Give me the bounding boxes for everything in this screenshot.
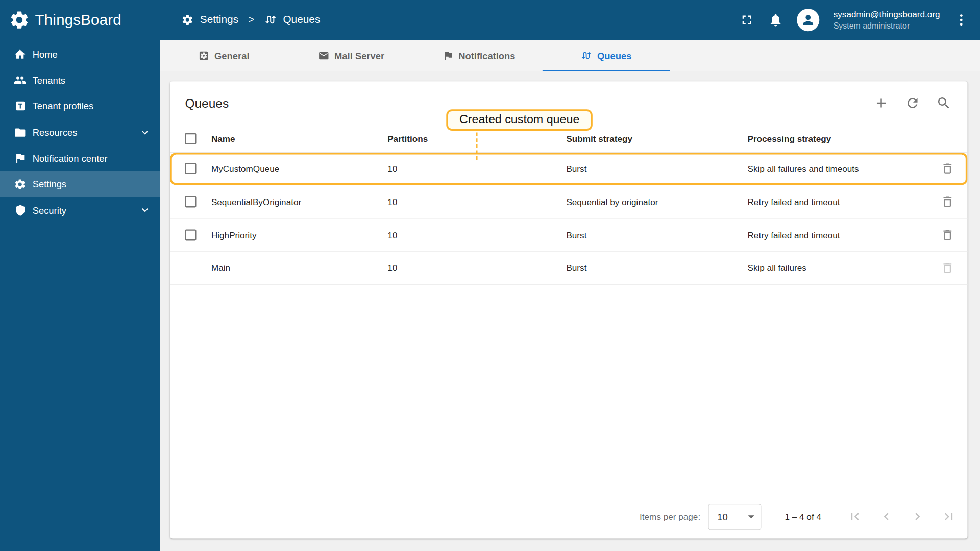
tab-mail-server[interactable]: Mail Server [287, 40, 415, 71]
queue-submit-strategy: Sequential by originator [566, 197, 747, 207]
top-bar: Settings > Queues sysadmin@thingsboard.o… [160, 0, 980, 40]
queues-card: Queues Created custom queue Name Partiti… [170, 81, 967, 538]
row-checkbox[interactable] [185, 196, 196, 207]
last-page-icon[interactable] [941, 509, 956, 524]
items-per-page-select[interactable]: 10 [708, 504, 761, 530]
row-checkbox[interactable] [185, 229, 196, 240]
queue-partitions: 10 [387, 197, 566, 207]
card-actions [874, 95, 951, 110]
previous-page-icon[interactable] [879, 509, 894, 524]
settings-tabs: General Mail Server Notifications Queues [160, 40, 980, 71]
top-bar-right: sysadmin@thingsboard.org System administ… [740, 9, 969, 32]
table-row[interactable]: MyCustomQueue 10 Burst Skip all failures… [170, 153, 967, 186]
sidebar-item-notification-center[interactable]: Notification center [0, 145, 160, 171]
tab-label: Mail Server [334, 51, 384, 61]
dropdown-caret-icon [748, 515, 754, 518]
paginator: Items per page: 10 1 – 4 of 4 [170, 495, 967, 539]
avatar[interactable] [797, 9, 820, 31]
gear-icon [14, 178, 26, 190]
sidebar-item-label: Tenant profiles [33, 101, 93, 112]
fullscreen-icon[interactable] [740, 12, 754, 27]
queues-icon [581, 50, 592, 61]
next-page-icon[interactable] [910, 509, 925, 524]
queue-partitions: 10 [387, 230, 566, 240]
delete-icon[interactable] [941, 228, 954, 242]
table-row[interactable]: Main 10 Burst Skip all failures [170, 252, 967, 285]
active-tab-underline [543, 70, 670, 71]
main-column: Settings > Queues sysadmin@thingsboard.o… [160, 0, 980, 551]
queue-submit-strategy: Burst [566, 263, 747, 273]
column-header-name[interactable]: Name [211, 133, 387, 143]
sidebar: ThingsBoard Home Tenants Tenant profiles… [0, 0, 160, 551]
column-header-submit-strategy[interactable]: Submit strategy [566, 133, 747, 143]
queue-submit-strategy: Burst [566, 230, 747, 240]
sidebar-item-resources[interactable]: Resources [0, 119, 160, 145]
content-area: Queues Created custom queue Name Partiti… [160, 71, 980, 551]
pager-buttons [847, 509, 956, 524]
user-email: sysadmin@thingsboard.org [834, 9, 940, 20]
sidebar-item-home[interactable]: Home [0, 41, 160, 67]
delete-icon[interactable] [941, 162, 954, 176]
queue-name: HighPriority [211, 230, 387, 240]
sidebar-nav: Home Tenants Tenant profiles Resources N… [0, 41, 160, 223]
kebab-menu-icon[interactable] [954, 12, 969, 27]
shield-icon [14, 204, 26, 216]
sidebar-item-settings[interactable]: Settings [0, 171, 160, 197]
tab-notifications[interactable]: Notifications [415, 40, 543, 71]
refresh-icon[interactable] [905, 95, 920, 110]
sidebar-item-label: Settings [33, 179, 66, 190]
queue-processing-strategy: Retry failed and timeout [747, 197, 927, 207]
first-page-icon[interactable] [847, 509, 862, 524]
queues-icon [264, 14, 277, 26]
sidebar-item-tenant-profiles[interactable]: Tenant profiles [0, 93, 160, 119]
queue-name: MyCustomQueue [211, 164, 387, 174]
items-per-page-label: Items per page: [640, 512, 700, 522]
gear-icon [181, 14, 193, 26]
annotation-connector-line [476, 133, 477, 160]
folder-icon [14, 126, 26, 138]
mail-icon [318, 50, 329, 61]
breadcrumb-settings[interactable]: Settings [181, 14, 238, 26]
annotation-callout: Created custom queue [446, 109, 593, 131]
breadcrumb-settings-label: Settings [200, 14, 238, 26]
app-title: ThingsBoard [35, 11, 121, 29]
table-row[interactable]: HighPriority 10 Burst Retry failed and t… [170, 219, 967, 252]
sidebar-item-label: Notification center [33, 153, 108, 164]
home-icon [14, 48, 26, 60]
queue-submit-strategy: Burst [566, 164, 747, 174]
user-role: System administrator [834, 20, 940, 31]
tab-label: Notifications [458, 51, 515, 61]
row-checkbox[interactable] [185, 163, 196, 174]
breadcrumb-separator: > [249, 14, 254, 26]
thingsboard-logo[interactable]: ThingsBoard [0, 0, 160, 40]
general-settings-icon [198, 50, 209, 61]
sidebar-item-label: Tenants [33, 75, 65, 86]
notifications-bell-icon[interactable] [768, 12, 783, 27]
items-per-page-value: 10 [717, 511, 727, 522]
tenants-icon [14, 74, 26, 86]
delete-icon-disabled [941, 261, 954, 275]
breadcrumb-queues-label: Queues [283, 14, 320, 26]
select-all-checkbox[interactable] [185, 133, 196, 144]
chevron-down-icon [139, 126, 151, 138]
page-title: Queues [185, 96, 229, 110]
flag-icon [442, 50, 453, 61]
table-row[interactable]: SequentialByOriginator 10 Sequential by … [170, 186, 967, 219]
sidebar-item-label: Resources [33, 127, 78, 138]
sidebar-item-tenants[interactable]: Tenants [0, 67, 160, 93]
delete-icon[interactable] [941, 195, 954, 209]
tab-queues[interactable]: Queues [543, 40, 670, 71]
pagination-range: 1 – 4 of 4 [785, 512, 821, 522]
add-queue-button[interactable] [874, 95, 889, 110]
queue-partitions: 10 [387, 263, 566, 273]
tab-general[interactable]: General [160, 40, 287, 71]
person-icon [801, 12, 816, 27]
search-icon[interactable] [936, 95, 951, 110]
tenant-profiles-icon [14, 100, 26, 112]
column-header-processing-strategy[interactable]: Processing strategy [747, 133, 927, 143]
queue-processing-strategy: Skip all failures and timeouts [747, 164, 927, 174]
breadcrumb-queues[interactable]: Queues [264, 14, 321, 26]
sidebar-item-security[interactable]: Security [0, 197, 160, 223]
tab-label: Queues [597, 51, 631, 61]
sidebar-item-label: Home [33, 49, 58, 60]
